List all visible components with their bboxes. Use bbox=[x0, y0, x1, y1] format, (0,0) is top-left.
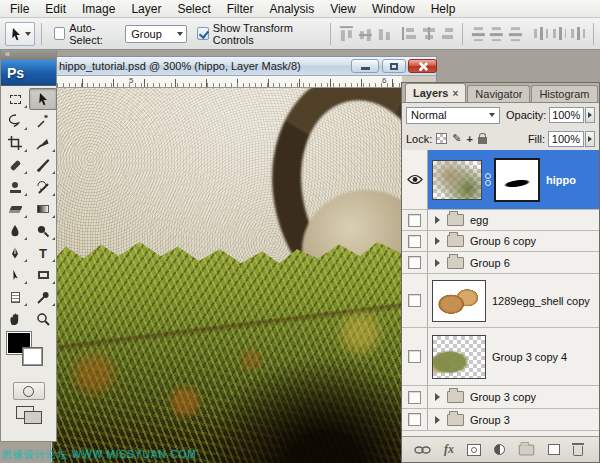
align-vertical-centers-button[interactable] bbox=[359, 26, 372, 41]
canvas[interactable] bbox=[52, 88, 402, 463]
layer-row-group6[interactable]: Group 6 bbox=[402, 252, 599, 274]
menu-edit[interactable]: Edit bbox=[37, 1, 74, 17]
visibility-toggle[interactable] bbox=[402, 274, 428, 327]
layer-mask-thumbnail[interactable] bbox=[494, 158, 540, 202]
lock-position-icon[interactable]: + bbox=[467, 133, 473, 145]
layer-row-group3[interactable]: Group 3 bbox=[402, 409, 599, 431]
align-top-edges-button[interactable] bbox=[340, 26, 353, 41]
delete-layer-icon[interactable] bbox=[573, 446, 583, 456]
menu-layer[interactable]: Layer bbox=[123, 1, 169, 17]
screen-mode-button[interactable] bbox=[16, 406, 42, 422]
tool-crop[interactable] bbox=[1, 132, 29, 154]
tab-close-icon[interactable]: × bbox=[452, 88, 458, 99]
align-horizontal-centers-button[interactable] bbox=[420, 27, 435, 40]
layer-row-group3-copy4[interactable]: Group 3 copy 4 bbox=[402, 328, 599, 386]
link-layers-icon[interactable] bbox=[414, 446, 431, 454]
tool-eyedropper[interactable] bbox=[29, 286, 57, 308]
menu-view[interactable]: View bbox=[322, 1, 364, 17]
layer-name[interactable]: Group 3 copy 4 bbox=[492, 351, 567, 363]
menu-select[interactable]: Select bbox=[169, 1, 218, 17]
close-button[interactable] bbox=[408, 59, 437, 73]
auto-select-checkbox[interactable] bbox=[54, 27, 66, 40]
opacity-input[interactable]: 100% bbox=[549, 107, 584, 123]
maximize-button[interactable] bbox=[382, 59, 406, 73]
tool-path-selection[interactable] bbox=[1, 264, 29, 286]
layer-row-group6-copy[interactable]: Group 6 copy bbox=[402, 231, 599, 252]
tool-marquee[interactable] bbox=[1, 88, 29, 110]
layer-name[interactable]: 1289egg_shell copy bbox=[492, 295, 590, 307]
show-transform-controls-checkbox[interactable] bbox=[197, 27, 209, 40]
tool-gradient[interactable] bbox=[29, 198, 57, 220]
move-tool-preset-button[interactable] bbox=[5, 22, 35, 46]
tool-brush[interactable] bbox=[29, 154, 57, 176]
tool-eraser[interactable] bbox=[1, 198, 29, 220]
visibility-toggle[interactable] bbox=[402, 150, 428, 209]
distribute-horizontal-centers-button[interactable] bbox=[552, 27, 567, 40]
visibility-toggle[interactable] bbox=[402, 328, 428, 385]
blend-mode-dropdown[interactable]: Normal bbox=[406, 107, 500, 124]
expand-triangle-icon[interactable] bbox=[435, 216, 440, 224]
fill-input[interactable]: 100% bbox=[548, 131, 584, 147]
tool-blur[interactable] bbox=[1, 220, 29, 242]
layer-row-eggshell[interactable]: 1289egg_shell copy bbox=[402, 274, 599, 328]
menu-image[interactable]: Image bbox=[74, 1, 123, 17]
tool-history-brush[interactable] bbox=[29, 176, 57, 198]
tool-lasso[interactable] bbox=[1, 110, 29, 132]
distribute-vertical-centers-button[interactable] bbox=[490, 26, 503, 41]
layer-thumbnail[interactable] bbox=[432, 335, 486, 379]
expand-triangle-icon[interactable] bbox=[435, 393, 440, 401]
add-layer-mask-icon[interactable] bbox=[467, 444, 481, 456]
menu-window[interactable]: Window bbox=[364, 1, 423, 17]
layer-thumbnail[interactable] bbox=[432, 160, 482, 200]
visibility-toggle[interactable] bbox=[402, 231, 428, 251]
new-layer-icon[interactable] bbox=[548, 444, 560, 455]
new-group-icon[interactable] bbox=[519, 444, 534, 455]
visibility-toggle[interactable] bbox=[402, 210, 428, 230]
layer-row-group3-copy[interactable]: Group 3 copy bbox=[402, 386, 599, 409]
visibility-toggle[interactable] bbox=[402, 409, 428, 430]
distribute-top-edges-button[interactable] bbox=[472, 26, 485, 41]
lock-all-icon[interactable] bbox=[478, 137, 487, 144]
adjustment-layer-icon[interactable] bbox=[494, 444, 505, 455]
tool-dodge[interactable] bbox=[29, 220, 57, 242]
tool-pen[interactable] bbox=[1, 242, 29, 264]
minimize-button[interactable] bbox=[351, 59, 379, 73]
tool-shape[interactable] bbox=[29, 264, 57, 286]
expand-triangle-icon[interactable] bbox=[435, 416, 440, 424]
menu-filter[interactable]: Filter bbox=[219, 1, 262, 17]
tool-magic-wand[interactable] bbox=[29, 110, 57, 132]
layer-name[interactable]: Group 6 copy bbox=[470, 235, 536, 247]
auto-select-scope-dropdown[interactable]: Group bbox=[125, 25, 187, 43]
distribute-bottom-edges-button[interactable] bbox=[509, 26, 522, 41]
mask-link-icon[interactable] bbox=[483, 173, 493, 186]
layer-name[interactable]: Group 3 bbox=[470, 414, 510, 426]
align-right-edges-button[interactable] bbox=[439, 27, 454, 40]
tool-zoom[interactable] bbox=[29, 308, 57, 330]
tool-type[interactable] bbox=[29, 242, 57, 264]
layer-row-egg[interactable]: egg bbox=[402, 210, 599, 231]
visibility-toggle[interactable] bbox=[402, 252, 428, 273]
opacity-slider-button[interactable] bbox=[585, 107, 595, 123]
tab-histogram[interactable]: Histogram bbox=[531, 85, 597, 102]
layer-name[interactable]: hippo bbox=[546, 174, 576, 186]
tool-slice[interactable] bbox=[29, 132, 57, 154]
expand-triangle-icon[interactable] bbox=[435, 259, 440, 267]
expand-triangle-icon[interactable] bbox=[435, 237, 440, 245]
align-bottom-edges-button[interactable] bbox=[378, 26, 391, 41]
lock-paint-icon[interactable]: ✎ bbox=[452, 132, 461, 145]
distribute-left-edges-button[interactable] bbox=[533, 27, 548, 40]
quick-mask-button[interactable] bbox=[13, 382, 45, 400]
tool-move[interactable] bbox=[29, 88, 57, 110]
toolbox-collapse-bar[interactable]: « bbox=[1, 50, 56, 60]
layer-style-icon[interactable]: fx bbox=[444, 442, 454, 457]
layer-name[interactable]: Group 6 bbox=[470, 257, 510, 269]
distribute-right-edges-button[interactable] bbox=[570, 27, 585, 40]
layer-row-hippo[interactable]: hippo bbox=[402, 150, 599, 210]
visibility-toggle[interactable] bbox=[402, 386, 428, 408]
horizontal-ruler[interactable]: 5 6 bbox=[51, 76, 402, 88]
layer-thumbnail[interactable] bbox=[432, 280, 486, 322]
layer-name[interactable]: egg bbox=[470, 214, 488, 226]
tab-navigator[interactable]: Navigator bbox=[467, 85, 530, 102]
layer-name[interactable]: Group 3 copy bbox=[470, 391, 536, 403]
menu-file[interactable]: File bbox=[2, 1, 37, 17]
